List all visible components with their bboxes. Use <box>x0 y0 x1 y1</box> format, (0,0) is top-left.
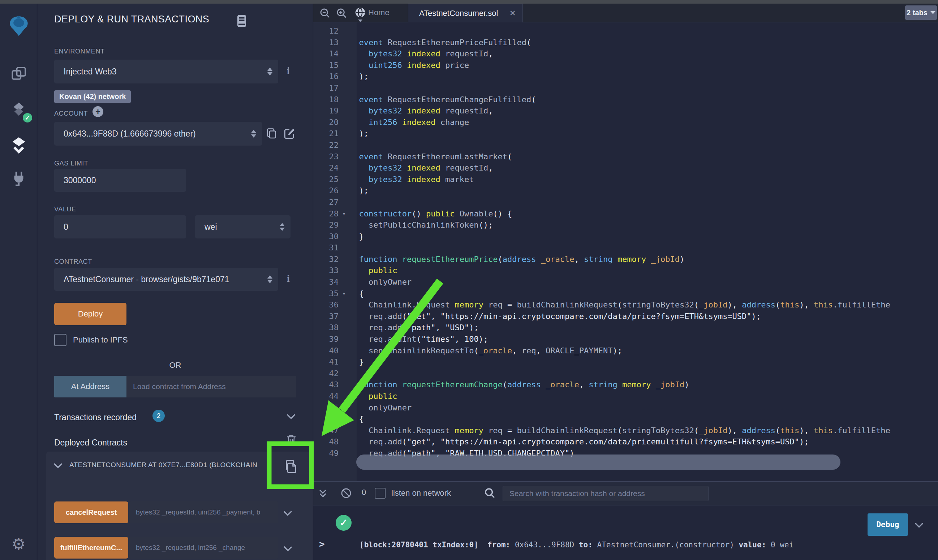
workspace-caret-icon <box>358 20 362 22</box>
deploy-button[interactable]: Deploy <box>54 303 126 325</box>
panel-title: DEPLOY & RUN TRANSACTIONS <box>54 14 209 25</box>
code-line: 47 Chainlink.Request memory req = buildC… <box>313 425 938 437</box>
publish-ipfs-label: Publish to IPFS <box>73 335 128 345</box>
horizontal-scrollbar[interactable] <box>356 454 840 470</box>
code-line: 43 function requestEthereumChange(addres… <box>313 379 938 391</box>
tab-home[interactable]: Home <box>368 8 389 17</box>
plugin-manager-icon[interactable] <box>0 170 37 188</box>
value-amount: 0 <box>54 222 186 232</box>
file-explorer-icon[interactable] <box>0 64 37 82</box>
terminal-prompt[interactable]: > <box>319 539 325 549</box>
at-address-button[interactable]: At Address <box>54 376 126 397</box>
tabs-count-label: 2 tabs <box>907 9 927 17</box>
expand-terminal-icon[interactable] <box>320 488 325 496</box>
code-line: 48 req.add("get", "https://min-api.crypt… <box>313 436 938 448</box>
deploy-run-icon[interactable] <box>0 135 37 155</box>
deployed-contract-card: ATESTNETCONSUMER AT 0X7E7...E80D1 (BLOCK… <box>46 452 313 560</box>
remix-logo-icon <box>0 14 37 38</box>
code-editor-region: Home ATestnetConsumer.sol ✕ 2 tabs 1213 … <box>313 4 938 481</box>
code-line: 27 <box>313 197 938 208</box>
contract-value: ATestnetConsumer - browser/gists/9b71e07… <box>54 275 264 284</box>
environment-select[interactable]: Injected Web3 <box>54 60 278 83</box>
environment-info-icon[interactable]: i <box>287 65 290 77</box>
tx-log-entry[interactable]: [block:20780401 txIndex:0] from: 0x643..… <box>360 513 793 560</box>
terminal-toolbar: 0 listen on network Search with transact… <box>313 482 938 505</box>
contract-expand-chevron-icon[interactable] <box>54 460 62 468</box>
tab-atestnetconsumer[interactable]: ATestnetConsumer.sol ✕ <box>408 4 523 22</box>
cancel-request-button[interactable]: cancelRequest <box>54 502 128 523</box>
tabs-count-button[interactable]: 2 tabs <box>905 5 937 20</box>
zoom-out-icon[interactable] <box>319 7 331 20</box>
fulfill-ethereum-params-input[interactable]: bytes32 _requestId, int256 _change <box>129 537 278 558</box>
network-badge: Kovan (42) network <box>54 90 131 103</box>
at-address-input[interactable]: Load contract from Address <box>126 376 296 397</box>
close-tab-icon[interactable]: ✕ <box>503 9 523 18</box>
code-line: 42 <box>313 368 938 379</box>
account-label: ACCOUNT <box>54 110 88 117</box>
contract-info-icon[interactable]: i <box>287 273 290 284</box>
deployed-contract-title[interactable]: ATESTNETCONSUMER AT 0X7E7...E80D1 (BLOCK… <box>69 461 281 469</box>
cancel-request-expand-chevron-icon[interactable] <box>283 507 292 516</box>
transactions-chevron-icon[interactable] <box>286 411 295 419</box>
select-spinner-icon <box>251 130 256 138</box>
value-unit: wei <box>195 222 277 232</box>
docs-icon[interactable] <box>236 14 247 28</box>
gas-limit-input[interactable]: 3000000 <box>54 169 186 192</box>
contract-select[interactable]: ATestnetConsumer - browser/gists/9b71e07… <box>54 268 278 291</box>
account-select[interactable]: 0x643...9F88D (1.666673996 ether) <box>54 122 262 146</box>
account-value: 0x643...9F88D (1.666673996 ether) <box>54 129 248 139</box>
code-line: 20 int256 indexed change <box>313 117 938 128</box>
code-line: 16 ); <box>313 71 938 82</box>
cancel-request-params-input[interactable]: bytes32 _requestId, uint256 _payment, b <box>129 502 278 523</box>
tx-success-icon: ✓ <box>336 515 352 531</box>
contract-label: CONTRACT <box>54 258 92 266</box>
code-line: 13 event RequestEthereumPriceFulfilled( <box>313 37 938 48</box>
code-line: 40 sendChainlinkRequestTo(_oracle, req, … <box>313 345 938 357</box>
clear-console-icon[interactable] <box>340 487 352 499</box>
code-line: 39 req.addInt("times", 100); <box>313 334 938 345</box>
listen-network-checkbox[interactable] <box>375 488 386 498</box>
value-input[interactable]: 0 <box>54 215 186 238</box>
fulfill-ethereum-expand-chevron-icon[interactable] <box>283 543 292 551</box>
editor-tabbar: Home ATestnetConsumer.sol ✕ 2 tabs <box>313 4 938 22</box>
pending-tx-count: 0 <box>362 488 366 497</box>
fulfill-ethereum-button[interactable]: fulfillEthereumC... <box>54 537 128 558</box>
edit-account-icon[interactable] <box>283 126 296 141</box>
select-spinner-icon <box>280 223 285 231</box>
code-line: 33 public <box>313 265 938 276</box>
listen-network-label: listen on network <box>391 488 451 498</box>
code-editor[interactable]: 1213 event RequestEthereumPriceFulfilled… <box>313 25 938 481</box>
clear-deployed-trash-icon[interactable] <box>285 433 298 447</box>
settings-gear-icon[interactable]: ⚙ <box>0 535 37 553</box>
workspace-globe-icon[interactable] <box>354 6 367 22</box>
debug-button[interactable]: Debug <box>867 513 908 536</box>
code-line: 21 ); <box>313 128 938 140</box>
environment-value: Injected Web3 <box>54 67 264 77</box>
code-line: 44 public <box>313 391 938 402</box>
code-line: 23 event RequestEthereumLastMarket( <box>313 151 938 163</box>
solidity-compiler-icon[interactable]: ✓ <box>0 99 37 120</box>
add-account-icon[interactable]: + <box>92 106 103 117</box>
terminal: 0 listen on network Search with transact… <box>313 481 938 560</box>
code-line: 35▾ { <box>313 288 938 300</box>
code-line: 28▾ constructor() public Ownable() { <box>313 208 938 220</box>
value-unit-select[interactable]: wei <box>195 215 291 238</box>
terminal-search-icon <box>484 487 496 499</box>
publish-ipfs-checkbox[interactable] <box>54 334 66 346</box>
icon-rail: ✓ ⚙ <box>0 4 37 560</box>
code-line: 30 } <box>313 231 938 242</box>
transactions-count-badge: 2 <box>152 410 165 422</box>
code-line: 18 event RequestEthereumChangeFulfilled( <box>313 94 938 106</box>
at-address-placeholder: Load contract from Address <box>126 382 226 391</box>
value-label: VALUE <box>54 206 76 213</box>
terminal-search-input[interactable]: Search with transaction hash or address <box>503 486 709 501</box>
copy-account-icon[interactable] <box>265 126 278 141</box>
code-line: 37 req.add("get", "https://min-api.crypt… <box>313 311 938 322</box>
copy-contract-address-icon[interactable] <box>283 457 299 475</box>
code-line: 45 onlyOwner <box>313 402 938 414</box>
zoom-in-icon[interactable] <box>336 7 348 20</box>
log-expand-chevron-icon[interactable] <box>915 519 923 528</box>
code-line: 31 <box>313 242 938 254</box>
code-line: 14 bytes32 indexed requestId, <box>313 48 938 60</box>
code-line: 32 function requestEthereumPrice(address… <box>313 254 938 265</box>
